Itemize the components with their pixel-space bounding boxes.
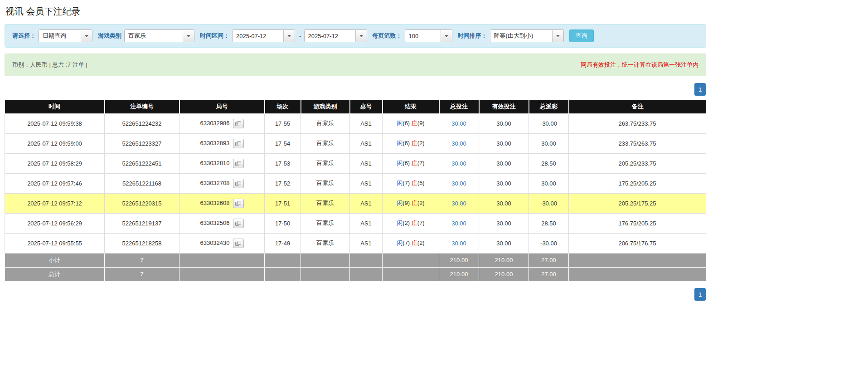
date-from-dropdown-button[interactable]: [283, 30, 295, 42]
banker-result-label: 庄: [412, 180, 417, 186]
banker-result-score: (2): [417, 239, 425, 246]
chevron-down-icon: [556, 35, 560, 37]
table-row[interactable]: 2025-07-12 09:57:46522651221168633032708…: [5, 173, 706, 193]
summary-bar: 币别：人民币 | 总共 :7 注单 | 同局有效投注，统一计算在该局第一张注单内: [5, 54, 706, 76]
bet-id-cell: 522651219137: [105, 213, 179, 233]
player-result-label: 闲: [397, 220, 402, 226]
round-result-button[interactable]: [233, 139, 244, 148]
cards-icon: [235, 121, 241, 126]
player-result-score: (9): [402, 200, 410, 206]
payout-cell: 28.50: [529, 213, 569, 233]
page-size-dropdown-button[interactable]: [441, 30, 452, 42]
subtotal-label: 小计: [5, 253, 105, 267]
round-result-button[interactable]: [233, 219, 244, 228]
table-no-cell: AS1: [350, 153, 383, 173]
total-label: 总计: [5, 267, 105, 281]
player-result-label: 闲: [397, 160, 402, 166]
chevron-down-icon: [359, 35, 363, 37]
total-bet-link[interactable]: 30.00: [451, 200, 466, 207]
total-empty-cell: [383, 267, 439, 281]
session-cell: 17-51: [265, 193, 301, 213]
round-result-button[interactable]: [233, 119, 244, 128]
page-size-label: 每页笔数：: [373, 32, 402, 40]
table-row[interactable]: 2025-07-12 09:59:38522651224232633032986…: [5, 113, 706, 133]
col-header-payout: 总派彩: [529, 100, 569, 113]
cards-icon: [235, 181, 241, 186]
subtotal-row: 小计 7 210.00 210.00 27.00: [5, 253, 706, 267]
time-cell: 2025-07-12 09:56:29: [5, 213, 105, 233]
bet-id-cell: 522651222451: [105, 153, 179, 173]
round-cell: 633032986: [179, 113, 265, 133]
round-result-button[interactable]: [233, 199, 244, 208]
banker-result-score: (2): [417, 200, 425, 206]
table-row[interactable]: 2025-07-12 09:59:00522651223327633032893…: [5, 133, 706, 153]
time-cell: 2025-07-12 09:57:46: [5, 173, 105, 193]
table-no-cell: AS1: [350, 173, 383, 193]
round-result-button[interactable]: [233, 239, 244, 248]
col-header-game-type: 游戏类别: [301, 100, 350, 113]
total-bet-link[interactable]: 30.00: [451, 140, 466, 147]
table-row[interactable]: 2025-07-12 09:58:29522651222451633032810…: [5, 153, 706, 173]
total-valid-bet: 210.00: [479, 267, 529, 281]
total-bet-link[interactable]: 30.00: [451, 240, 466, 247]
date-to-dropdown-button[interactable]: [355, 30, 367, 42]
pagination-page-1[interactable]: 1: [694, 83, 706, 96]
banker-result-label: 庄: [412, 120, 417, 127]
total-bet-link[interactable]: 30.00: [451, 220, 466, 227]
bet-id-cell: 522651218258: [105, 233, 179, 253]
total-bet-cell: 30.00: [439, 133, 479, 153]
game-type-cell: 百家乐: [301, 173, 350, 193]
pagination-page-1[interactable]: 1: [694, 288, 706, 301]
table-row[interactable]: 2025-07-12 09:56:29522651219137633032506…: [5, 213, 706, 233]
total-bet-link[interactable]: 30.00: [451, 120, 466, 127]
game-type-dropdown-button[interactable]: [183, 30, 194, 42]
cards-icon: [235, 221, 241, 226]
game-type-cell: 百家乐: [301, 193, 350, 213]
round-result-button[interactable]: [233, 159, 244, 168]
total-empty-cell: [569, 267, 706, 281]
session-cell: 17-54: [265, 133, 301, 153]
sort-dropdown-button[interactable]: [552, 30, 563, 42]
query-type-dropdown-button[interactable]: [81, 30, 92, 42]
table-row[interactable]: 2025-07-12 09:57:12522651220315633032608…: [5, 193, 706, 213]
time-cell: 2025-07-12 09:59:38: [5, 113, 105, 133]
game-type-input[interactable]: [125, 30, 183, 42]
date-to-input[interactable]: [305, 30, 355, 42]
player-result-score: (6): [402, 160, 410, 166]
sort-input[interactable]: [490, 30, 552, 42]
round-cell: 633032810: [179, 153, 265, 173]
time-cell: 2025-07-12 09:57:12: [5, 193, 105, 213]
round-result-button[interactable]: [233, 179, 244, 188]
valid-bet-notice: 同局有效投注，统一计算在该局第一张注单内: [581, 61, 698, 69]
table-body: 2025-07-12 09:59:38522651224232633032986…: [5, 113, 706, 253]
result-cell: 闲(2) 庄(7): [383, 213, 439, 233]
date-from-input[interactable]: [233, 30, 283, 42]
table-no-cell: AS1: [350, 193, 383, 213]
total-count: 7: [105, 267, 179, 281]
table-row[interactable]: 2025-07-12 09:55:55522651218258633032430…: [5, 233, 706, 253]
player-result-score: (7): [402, 239, 410, 246]
payout-cell: -30.00: [529, 233, 569, 253]
subtotal-empty-cell: [301, 253, 350, 267]
round-cell: 633032430: [179, 233, 265, 253]
player-result-label: 闲: [397, 200, 402, 206]
page-size-input[interactable]: [405, 30, 441, 42]
bet-id-cell: 522651220315: [105, 193, 179, 213]
banker-result-score: (5): [417, 180, 425, 186]
col-header-remark: 备注: [569, 100, 706, 113]
result-cell: 闲(6) 庄(2): [383, 133, 439, 153]
result-cell: 闲(7) 庄(5): [383, 173, 439, 193]
payout-cell: 30.00: [529, 133, 569, 153]
date-to-combo: [304, 29, 367, 42]
payout-cell: 28.50: [529, 153, 569, 173]
total-bet-link[interactable]: 30.00: [451, 180, 466, 187]
game-type-label: 游戏类别: [98, 32, 121, 40]
query-type-input[interactable]: [39, 30, 81, 42]
banker-result-score: (2): [417, 140, 425, 146]
page-content: 视讯 会员下注纪录 请选择： 游戏类别 时间区间： ~ 每页笔数： 时间排序：: [5, 5, 706, 301]
session-cell: 17-52: [265, 173, 301, 193]
total-bet-link[interactable]: 30.00: [451, 160, 466, 167]
search-button[interactable]: 查询: [569, 29, 594, 42]
total-payout: 27.00: [529, 267, 569, 281]
banker-result-label: 庄: [412, 140, 417, 146]
